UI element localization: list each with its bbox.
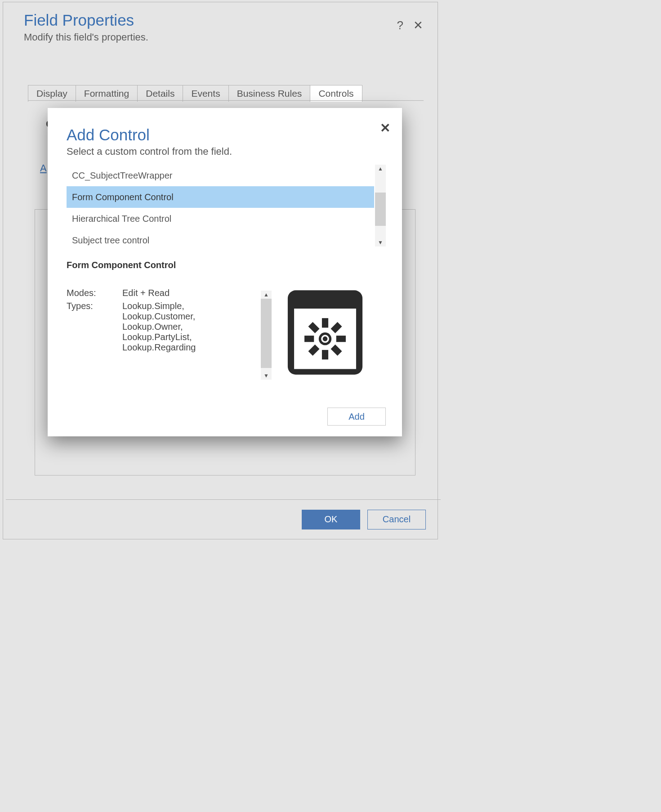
close-icon[interactable]: ✕ (413, 18, 423, 32)
tab-formatting[interactable]: Formatting (76, 85, 138, 102)
control-list[interactable]: CC_SubjectTreeWrapper Form Component Con… (67, 165, 374, 250)
control-detail-panel: Modes: Edit + Read Types: Lookup.Simple,… (67, 288, 272, 378)
field-properties-title: Field Properties (24, 12, 417, 28)
list-item[interactable]: Hierarchical Tree Control (67, 208, 374, 229)
detail-modes-label: Modes: (67, 288, 122, 298)
detail-scrollbar[interactable]: ▲ ▼ (261, 291, 272, 380)
svg-rect-3 (322, 318, 328, 327)
scroll-thumb[interactable] (261, 299, 272, 368)
detail-types-value: Lookup.Simple, Lookup.Customer, Lookup.O… (122, 301, 221, 353)
detail-types-label: Types: (67, 301, 122, 353)
cancel-button[interactable]: Cancel (367, 510, 426, 529)
list-item[interactable]: Subject tree control (67, 229, 374, 251)
list-item[interactable]: CC_SubjectTreeWrapper (67, 165, 374, 186)
ok-button[interactable]: OK (302, 510, 360, 529)
tab-business-rules[interactable]: Business Rules (228, 85, 311, 102)
help-icon[interactable]: ? (397, 18, 403, 32)
field-properties-header: Field Properties Modify this field's pro… (3, 2, 438, 43)
tab-display[interactable]: Display (28, 85, 76, 102)
scroll-up-icon[interactable]: ▲ (375, 165, 386, 173)
selected-control-name: Form Component Control (67, 260, 386, 270)
field-properties-tabs: Display Formatting Details Events Busine… (28, 85, 362, 102)
svg-point-12 (323, 336, 328, 341)
add-control-link[interactable]: A (40, 162, 47, 174)
field-properties-subtitle: Modify this field's properties. (24, 31, 417, 43)
field-properties-footer: OK Cancel (6, 499, 441, 539)
svg-rect-6 (336, 336, 346, 342)
close-icon[interactable]: ✕ (380, 121, 390, 135)
tab-controls[interactable]: Controls (310, 85, 362, 102)
control-list-scrollbar[interactable]: ▲ ▼ (375, 165, 386, 247)
scroll-up-icon[interactable]: ▲ (261, 291, 272, 299)
add-control-subtitle: Select a custom control from the field. (67, 146, 386, 157)
add-button[interactable]: Add (327, 408, 386, 426)
control-list-container: CC_SubjectTreeWrapper Form Component Con… (67, 165, 386, 250)
scroll-down-icon[interactable]: ▼ (375, 238, 386, 247)
scroll-thumb[interactable] (375, 193, 386, 226)
list-item[interactable]: Form Component Control (67, 186, 374, 208)
svg-rect-4 (322, 350, 328, 359)
detail-modes-value: Edit + Read (122, 288, 221, 298)
control-preview-icon (285, 288, 365, 377)
scroll-down-icon[interactable]: ▼ (261, 372, 272, 380)
svg-rect-5 (304, 336, 314, 342)
add-control-title: Add Control (67, 126, 386, 144)
add-control-modal: ✕ Add Control Select a custom control fr… (48, 108, 402, 436)
tab-events[interactable]: Events (183, 85, 228, 102)
tab-details[interactable]: Details (137, 85, 183, 102)
